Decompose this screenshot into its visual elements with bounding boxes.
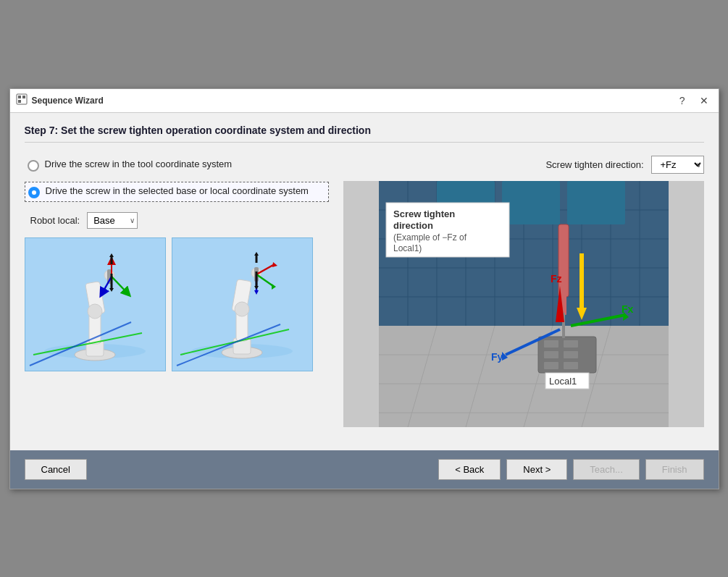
- svg-rect-72: [544, 351, 558, 358]
- help-button[interactable]: ?: [675, 93, 690, 108]
- robot-image-2: [172, 237, 313, 371]
- robot-local-select[interactable]: Base Local1 Local2: [87, 212, 138, 229]
- robot-svg-1: [26, 239, 164, 369]
- svg-point-10: [88, 304, 102, 319]
- svg-rect-3: [18, 100, 21, 103]
- visualization-box: Fz Fx Fy Local1: [343, 181, 704, 427]
- svg-rect-71: [564, 340, 578, 348]
- radio-option-1[interactable]: Drive the screw in the tool coordinate s…: [25, 156, 329, 174]
- footer-right: < Back Next > Teach... Finish: [438, 459, 703, 480]
- svg-rect-73: [564, 351, 578, 358]
- cancel-button[interactable]: Cancel: [25, 459, 87, 480]
- radio-label-1: Drive the screw in the tool coordinate s…: [45, 159, 233, 169]
- robot-local-select-wrapper: Base Local1 Local2: [87, 212, 138, 229]
- screw-direction-row: Screw tighten direction: +Fz -Fz +Fx -Fx…: [343, 156, 704, 174]
- svg-text:Local1): Local1): [393, 243, 422, 253]
- direction-select-wrapper: +Fz -Fz +Fx -Fx +Fy -Fy: [651, 156, 704, 174]
- svg-rect-74: [544, 362, 558, 369]
- wizard-content: Step 7: Set the screw tighten operation …: [10, 113, 719, 439]
- svg-point-28: [235, 302, 249, 316]
- window-icon: [16, 93, 28, 107]
- step-title: Step 7: Set the screw tighten operation …: [25, 125, 704, 143]
- left-panel: Drive the screw in the tool coordinate s…: [25, 156, 329, 427]
- title-bar-controls: ? ✕: [675, 93, 713, 108]
- title-bar: Sequence Wizard ? ✕: [10, 89, 719, 113]
- main-area: Drive the screw in the tool coordinate s…: [25, 156, 704, 427]
- robot-svg-2: [173, 239, 311, 369]
- svg-text:Fz: Fz: [551, 273, 562, 285]
- next-button[interactable]: Next >: [506, 459, 567, 480]
- screw-direction-label: Screw tighten direction:: [545, 159, 643, 170]
- teach-button[interactable]: Teach...: [573, 459, 640, 480]
- close-button[interactable]: ✕: [695, 93, 713, 108]
- window-title: Sequence Wizard: [32, 96, 104, 106]
- radio-option-2[interactable]: Drive the screw in the selected base or …: [25, 182, 329, 202]
- radio-button-1[interactable]: [28, 160, 39, 172]
- svg-text:Local1: Local1: [549, 376, 577, 387]
- robot-images-container: [25, 237, 329, 371]
- right-panel: Screw tighten direction: +Fz -Fz +Fx -Fx…: [343, 156, 704, 427]
- title-bar-left: Sequence Wizard: [16, 93, 104, 107]
- viz-svg: Fz Fx Fy Local1: [343, 181, 704, 427]
- footer: Cancel < Back Next > Teach... Finish: [10, 450, 719, 489]
- svg-text:Fy: Fy: [491, 351, 503, 363]
- footer-left: Cancel: [25, 459, 87, 480]
- robot-local-row: Robot local: Base Local1 Local2: [30, 212, 329, 229]
- radio-button-2[interactable]: [28, 187, 40, 198]
- svg-rect-1: [18, 96, 21, 98]
- wizard-window: Sequence Wizard ? ✕ Step 7: Set the scre…: [9, 88, 719, 489]
- svg-rect-75: [564, 362, 578, 369]
- finish-button[interactable]: Finish: [645, 459, 704, 480]
- svg-text:Screw tighten: Screw tighten: [393, 209, 455, 219]
- svg-rect-59: [502, 181, 560, 224]
- direction-select[interactable]: +Fz -Fz +Fx -Fx +Fy -Fy: [651, 156, 704, 174]
- svg-rect-76: [558, 224, 569, 297]
- robot-image-1: [25, 237, 166, 371]
- svg-text:Fx: Fx: [622, 303, 634, 315]
- svg-text:direction: direction: [393, 220, 433, 231]
- svg-rect-70: [544, 340, 558, 348]
- svg-rect-2: [22, 96, 25, 98]
- svg-rect-60: [567, 181, 625, 224]
- svg-text:(Example of −Fz of: (Example of −Fz of: [393, 232, 467, 243]
- robot-local-label: Robot local:: [30, 215, 80, 226]
- radio-label-2: Drive the screw in the selected base or …: [46, 185, 309, 196]
- back-button[interactable]: < Back: [438, 459, 501, 480]
